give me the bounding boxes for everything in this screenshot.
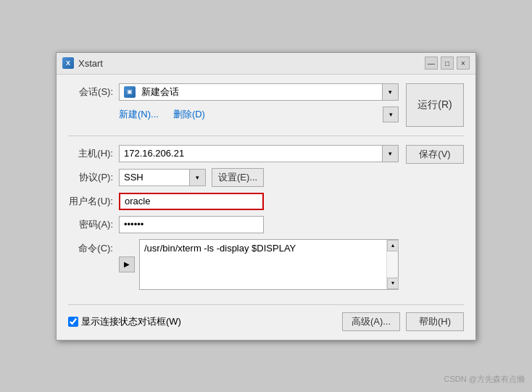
title-bar: X Xstart — □ ×: [57, 53, 475, 75]
form-fields: 主机(H): 172.16.206.21 ▾ 协议(P): SSH: [68, 145, 399, 296]
title-bar-left: X Xstart: [62, 57, 103, 69]
scroll-down-arrow[interactable]: ▾: [387, 278, 399, 289]
close-button[interactable]: ×: [457, 57, 470, 70]
show-status-checkbox[interactable]: [68, 317, 78, 327]
session-section: 会话(S): ▣ 新建会话 ▾ 新建(N)... 删除(D: [68, 83, 464, 136]
scroll-up-arrow[interactable]: ▴: [387, 240, 399, 251]
session-value: ▣ 新建会话: [120, 86, 382, 99]
host-combo-wrap: 172.16.206.21 ▾: [119, 145, 399, 162]
command-field-area: ▶ /usr/bin/xterm -ls -display $DISPLAY ▴…: [119, 239, 399, 290]
session-down-arrow[interactable]: ▾: [383, 107, 399, 122]
host-label: 主机(H):: [68, 147, 119, 160]
username-input[interactable]: [119, 193, 264, 210]
protocol-combo-wrap: SSH ▾ 设置(E)...: [119, 168, 399, 187]
title-controls: — □ ×: [425, 57, 470, 70]
app-icon: X: [62, 57, 74, 69]
minimize-button[interactable]: —: [425, 57, 438, 70]
username-field-wrap: [119, 193, 399, 210]
protocol-dropdown[interactable]: SSH ▾: [119, 169, 206, 186]
protocol-value: SSH: [120, 172, 189, 183]
advanced-button[interactable]: 高级(A)...: [342, 312, 400, 331]
host-row: 主机(H): 172.16.206.21 ▾: [68, 145, 399, 162]
host-dropdown-arrow[interactable]: ▾: [382, 146, 398, 162]
save-button[interactable]: 保存(V): [406, 145, 464, 164]
window-content: 会话(S): ▣ 新建会话 ▾ 新建(N)... 删除(D: [57, 75, 475, 340]
password-row: 密码(A):: [68, 216, 399, 233]
command-label: 命令(C):: [68, 242, 119, 255]
protocol-row: 协议(P): SSH ▾ 设置(E)...: [68, 168, 399, 187]
bottom-section: 显示连接状态对话框(W) 高级(A)... 帮助(H): [68, 304, 464, 331]
show-status-checkbox-row: 显示连接状态对话框(W): [68, 315, 181, 328]
session-actions-row: 新建(N)... 删除(D) ▾: [68, 107, 399, 122]
side-buttons: 保存(V): [406, 145, 464, 296]
session-left: 会话(S): ▣ 新建会话 ▾ 新建(N)... 删除(D: [68, 83, 399, 122]
session-icon: ▣: [124, 86, 136, 98]
host-value: 172.16.206.21: [120, 148, 382, 159]
expand-button[interactable]: ▶: [119, 257, 135, 272]
command-scrollbar: ▴ ▾: [386, 240, 398, 289]
window-title: Xstart: [78, 58, 103, 69]
command-textarea[interactable]: /usr/bin/xterm -ls -display $DISPLAY: [140, 240, 386, 289]
session-combo-wrap: ▣ 新建会话 ▾: [119, 83, 399, 101]
help-button[interactable]: 帮助(H): [406, 312, 464, 331]
session-row: 会话(S): ▣ 新建会话 ▾: [68, 83, 399, 101]
session-label: 会话(S):: [68, 86, 119, 99]
host-dropdown[interactable]: 172.16.206.21 ▾: [119, 145, 399, 162]
settings-button[interactable]: 设置(E)...: [212, 168, 264, 187]
command-textarea-wrap: /usr/bin/xterm -ls -display $DISPLAY ▴ ▾: [139, 239, 399, 290]
password-field-wrap: [119, 216, 399, 233]
new-session-button[interactable]: 新建(N)...: [119, 108, 159, 121]
delete-session-button[interactable]: 删除(D): [173, 108, 205, 121]
main-window: X Xstart — □ × 会话(S): ▣ 新建会话: [56, 52, 476, 341]
protocol-dropdown-arrow[interactable]: ▾: [189, 170, 205, 185]
watermark: CSDN @方先森有点懒: [444, 374, 525, 385]
protocol-label: 协议(P):: [68, 171, 119, 184]
session-dropdown[interactable]: ▣ 新建会话 ▾: [119, 83, 399, 101]
command-row: 命令(C): ▶ /usr/bin/xterm -ls -display $DI…: [68, 239, 399, 290]
password-label: 密码(A):: [68, 218, 119, 231]
username-row: 用户名(U):: [68, 193, 399, 210]
password-input[interactable]: [119, 216, 264, 233]
maximize-button[interactable]: □: [441, 57, 454, 70]
main-fields-section: 主机(H): 172.16.206.21 ▾ 协议(P): SSH: [68, 145, 464, 296]
run-button[interactable]: 运行(R): [406, 83, 464, 127]
show-status-label: 显示连接状态对话框(W): [81, 315, 181, 328]
scroll-track: [387, 251, 398, 278]
session-dropdown-arrow[interactable]: ▾: [382, 84, 398, 100]
username-label: 用户名(U):: [68, 195, 119, 208]
bottom-buttons: 高级(A)... 帮助(H): [342, 312, 464, 331]
